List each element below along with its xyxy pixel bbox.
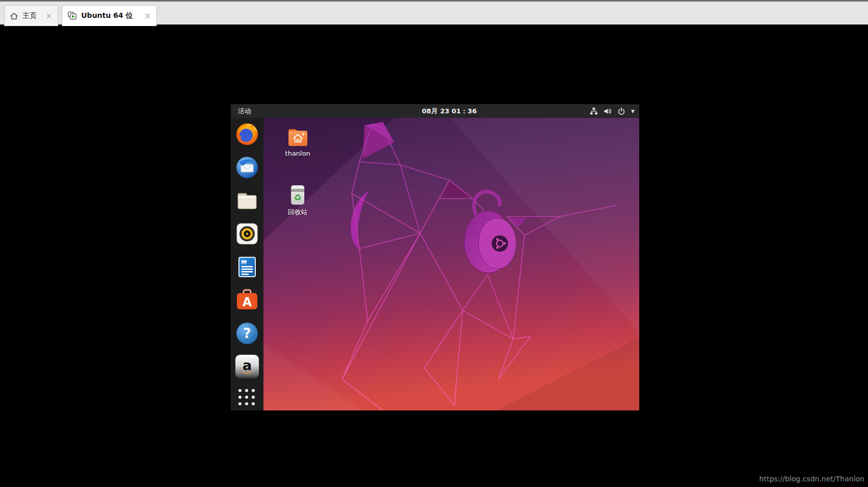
caret-down-icon[interactable]: ▼ (631, 109, 635, 114)
vm-screen: 活动 08月 23 01：36 ▼ (231, 104, 639, 410)
desktop-icon-trash[interactable]: ♻ 回收站 (279, 184, 316, 217)
dock-item-firefox[interactable] (235, 123, 259, 146)
home-icon (10, 12, 18, 20)
home-folder-icon (285, 126, 310, 148)
csdn-watermark: https://blog.csdn.net/Thanlon (759, 475, 864, 483)
amazon-smile-icon (240, 369, 254, 374)
tab-home-close-icon[interactable]: × (45, 12, 53, 20)
network-icon[interactable] (590, 107, 598, 115)
tab-home[interactable]: 主页 × (4, 5, 58, 26)
desktop-icon-label: 回收站 (279, 208, 316, 217)
dock-item-rhythmbox[interactable] (235, 222, 259, 246)
ubuntu-wallpaper (231, 118, 639, 410)
svg-text:?: ? (243, 326, 251, 341)
tab-ubuntu-vm[interactable]: Ubuntu 64 位 × (62, 5, 157, 26)
trash-icon: ♻ (287, 184, 308, 206)
dock-item-ubuntu-software[interactable]: A (235, 288, 259, 312)
tab-ubuntu-label: Ubuntu 64 位 (81, 11, 133, 20)
clock[interactable]: 08月 23 01：36 (422, 107, 476, 116)
dock-item-help[interactable]: ? (235, 322, 259, 345)
dock: A ? a (231, 118, 263, 410)
system-tray[interactable]: ▼ (590, 104, 635, 118)
vmware-tab-strip: 主页 × Ubuntu 64 位 × (0, 0, 868, 25)
tab-ubuntu-close-icon[interactable]: × (144, 12, 151, 20)
app-grid-button[interactable] (238, 389, 256, 406)
activities-button[interactable]: 活动 (238, 107, 251, 116)
dock-item-libreoffice-writer[interactable] (235, 255, 259, 279)
desktop-icon-label: thanlon (279, 150, 316, 157)
svg-text:A: A (243, 295, 252, 309)
power-icon[interactable] (617, 107, 625, 115)
desktop-icon-home-folder[interactable]: thanlon (279, 126, 316, 157)
vm-play-icon (67, 11, 77, 20)
dock-item-files[interactable] (235, 189, 259, 212)
dock-item-amazon[interactable]: a (235, 355, 259, 378)
dock-item-thunderbird[interactable] (235, 156, 259, 179)
recycle-icon: ♻ (294, 192, 301, 203)
volume-icon[interactable] (604, 107, 612, 115)
gnome-top-bar: 活动 08月 23 01：36 ▼ (231, 104, 639, 118)
tab-home-label: 主页 (22, 11, 37, 20)
